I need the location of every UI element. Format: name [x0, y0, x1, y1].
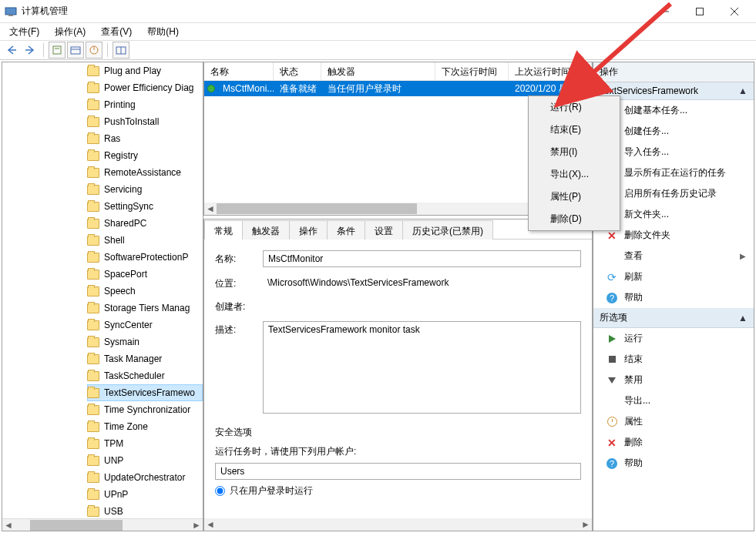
menu-file[interactable]: 文件(F): [5, 24, 44, 40]
col-last-run[interactable]: 上次运行时间: [509, 62, 592, 80]
tab-conditions[interactable]: 条件: [327, 220, 365, 240]
radio-only-logged-on[interactable]: [215, 486, 225, 496]
tree-item[interactable]: Power Efficiency Diag: [87, 79, 203, 96]
tab-actions[interactable]: 操作: [289, 220, 328, 240]
ctx-end[interactable]: 结束(E): [529, 119, 620, 141]
menu-view[interactable]: 查看(V): [96, 24, 136, 40]
toolbar-btn-3[interactable]: [86, 42, 102, 59]
tree-item[interactable]: Sysmain: [87, 333, 203, 350]
help-icon: ?: [606, 292, 618, 304]
close-button[interactable]: [717, 1, 751, 22]
tree-item[interactable]: UpdateOrchestrator: [87, 469, 203, 486]
action-item[interactable]: 结束: [593, 349, 754, 370]
toolbar-btn-1[interactable]: [49, 42, 66, 59]
maximize-button[interactable]: [682, 1, 717, 22]
tree-item[interactable]: Servicing: [87, 181, 203, 198]
tab-general[interactable]: 常规: [204, 220, 243, 240]
tree-item[interactable]: Storage Tiers Manag: [87, 300, 203, 317]
action-item-label: 导入任务...: [624, 146, 669, 159]
ctx-properties[interactable]: 属性(P): [529, 186, 620, 208]
tree-item[interactable]: SharedPC: [87, 215, 203, 232]
folder-icon: [87, 507, 99, 517]
tree-item[interactable]: UNP: [87, 452, 203, 469]
folder-icon: [87, 337, 99, 347]
action-item[interactable]: 查看▶: [593, 246, 754, 266]
tree-item[interactable]: TextServicesFramewo: [87, 384, 203, 401]
col-name[interactable]: 名称: [204, 62, 274, 80]
action-item[interactable]: ⟳刷新: [593, 266, 754, 287]
toolbar-btn-4[interactable]: [113, 42, 129, 59]
tree-item[interactable]: PushToInstall: [87, 113, 203, 130]
action-item[interactable]: 属性: [593, 411, 754, 432]
task-list-header[interactable]: 名称 状态 触发器 下次运行时间 上次运行时间: [204, 62, 592, 81]
folder-icon: [87, 456, 99, 466]
delete-icon: ✕: [606, 437, 618, 449]
folder-icon: [87, 66, 99, 76]
col-status[interactable]: 状态: [274, 62, 321, 80]
minimize-button[interactable]: [647, 1, 682, 22]
tree-item[interactable]: SoftwareProtectionP: [87, 249, 203, 266]
tab-settings[interactable]: 设置: [365, 220, 403, 240]
menu-action[interactable]: 操作(A): [50, 24, 90, 40]
folder-icon: [87, 303, 99, 313]
svg-rect-1: [8, 15, 13, 16]
ctx-export[interactable]: 导出(X)...: [529, 163, 620, 186]
tree-item[interactable]: TaskScheduler: [87, 367, 203, 384]
tab-triggers[interactable]: 触发器: [242, 220, 290, 240]
tree-item[interactable]: Task Manager: [87, 350, 203, 367]
folder-icon: [87, 100, 99, 110]
menu-help[interactable]: 帮助(H): [143, 24, 183, 40]
action-item[interactable]: ✕删除: [593, 432, 754, 453]
tree-item[interactable]: SpacePort: [87, 266, 203, 283]
action-item[interactable]: ?帮助: [593, 287, 754, 308]
action-item[interactable]: 禁用: [593, 370, 754, 390]
tree-item[interactable]: Time Zone: [87, 418, 203, 435]
desc-field[interactable]: TextServicesFramework monitor task: [263, 321, 581, 414]
tree-item[interactable]: Time Synchronizatior: [87, 401, 203, 418]
nav-back-button[interactable]: [3, 42, 20, 59]
tree-item-label: UNP: [104, 455, 123, 466]
action-item-label: 帮助: [624, 291, 643, 304]
tree-item[interactable]: Speech: [87, 283, 203, 300]
tree-item-label: Task Manager: [104, 353, 162, 364]
tree-item[interactable]: Plug and Play: [87, 62, 203, 79]
tree-item[interactable]: USB: [87, 503, 203, 518]
folder-icon: [87, 151, 99, 161]
tree-item-label: SpacePort: [104, 269, 147, 280]
tree-item[interactable]: SettingSync: [87, 198, 203, 215]
tree-item[interactable]: Registry: [87, 147, 203, 164]
action-item-label: 导出...: [624, 394, 650, 407]
folder-icon: [87, 219, 99, 229]
tree-item[interactable]: TPM: [87, 435, 203, 452]
folder-icon: [87, 405, 99, 415]
tree-item[interactable]: UPnP: [87, 486, 203, 503]
tree-item[interactable]: RemoteAssistance: [87, 164, 203, 181]
col-next-run[interactable]: 下次运行时间: [435, 62, 509, 80]
tree-item[interactable]: Printing: [87, 96, 203, 113]
details-hscrollbar[interactable]: ◄►: [204, 518, 592, 531]
ctx-delete[interactable]: 删除(D): [529, 208, 620, 230]
nav-fwd-button[interactable]: [22, 42, 39, 59]
action-item[interactable]: 导出...: [593, 390, 754, 411]
folder-icon: [87, 117, 99, 127]
tab-history[interactable]: 历史记录(已禁用): [402, 220, 493, 240]
tree-item[interactable]: Shell: [87, 232, 203, 249]
actions-section-2-head[interactable]: 所选项 ▲: [593, 308, 754, 328]
tree-item-label: Registry: [104, 150, 138, 161]
name-field[interactable]: MsCtfMonitor: [263, 250, 581, 267]
action-item[interactable]: 运行: [593, 328, 754, 349]
task-row[interactable]: MsCtfMoni... 准备就绪 当任何用户登录时 2020/1/20 星期一…: [204, 81, 592, 96]
tree-item[interactable]: SyncCenter: [87, 317, 203, 333]
ctx-run[interactable]: 运行(R): [529, 96, 620, 119]
action-item[interactable]: ?帮助: [593, 453, 754, 474]
folder-icon: [87, 371, 99, 381]
col-trigger[interactable]: 触发器: [321, 62, 435, 80]
folder-icon: [87, 320, 99, 330]
tree-hscrollbar[interactable]: ◄ ►: [2, 518, 203, 531]
blank-icon: [606, 395, 618, 407]
tree-item[interactable]: Ras: [87, 130, 203, 147]
ctx-disable[interactable]: 禁用(I): [529, 141, 620, 163]
toolbar-btn-2[interactable]: [67, 42, 84, 59]
tree-item-label: USB: [104, 506, 123, 517]
tree-item-label: TaskScheduler: [104, 370, 165, 381]
